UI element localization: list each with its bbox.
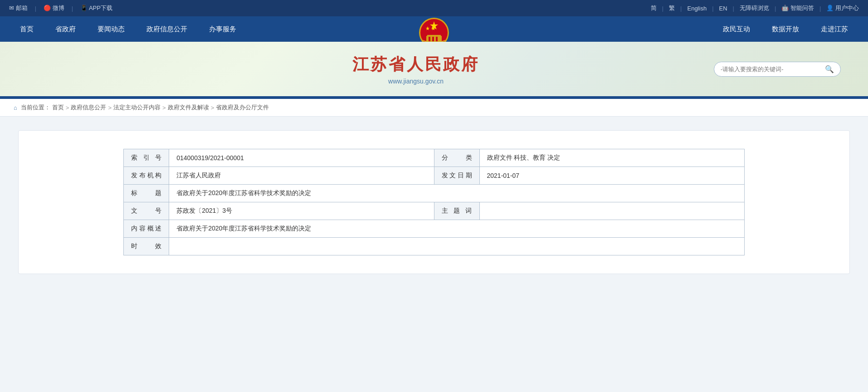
en-link[interactable]: EN (719, 5, 727, 12)
label-index-no: 索 引 号 (124, 149, 169, 167)
label-date: 发文日期 (434, 167, 479, 185)
banner-title-area: 江苏省人民政府 www.jiangsu.gov.cn (118, 54, 714, 85)
svg-rect-6 (427, 35, 441, 37)
label-title: 标 题 (124, 185, 169, 202)
table-row: 标 题 省政府关于2020年度江苏省科学技术奖励的决定 (124, 185, 745, 202)
sep4: > (211, 104, 215, 111)
nav-province-gov[interactable]: 省政府 (44, 16, 87, 42)
phone-icon: 📱 (80, 5, 88, 11)
nav-info-open[interactable]: 政府信息公开 (136, 16, 198, 42)
value-category: 政府文件 科技、教育 决定 (479, 149, 744, 167)
value-subject (479, 202, 744, 220)
fan-link[interactable]: 繁 (669, 4, 675, 12)
value-title: 省政府关于2020年度江苏省科学技术奖励的决定 (169, 185, 745, 202)
ai-icon: 🤖 (781, 5, 789, 11)
nav-left-items: 首页 省政府 要闻动态 政府信息公开 办事服务 (9, 16, 712, 42)
label-validity: 时 效 (124, 238, 169, 255)
table-row: 时 效 (124, 238, 745, 255)
divider8: | (819, 5, 821, 12)
table-row: 内容概述 省政府关于2020年度江苏省科学技术奖励的决定 (124, 220, 745, 238)
sep1: > (66, 104, 69, 111)
nav-data-open[interactable]: 数据开放 (761, 16, 810, 42)
divider4: | (680, 5, 682, 12)
sep2: > (108, 104, 112, 111)
nav-bar: 首页 省政府 要闻动态 政府信息公开 办事服务 政民互动 数据开放 走 (0, 16, 868, 42)
divider1: | (35, 5, 36, 12)
divider2: | (72, 5, 73, 12)
site-title: 江苏省人民政府 (352, 54, 479, 76)
accessible-link[interactable]: 无障碍浏览 (740, 4, 769, 12)
user-center-link[interactable]: 👤 用户中心 (826, 4, 859, 12)
nav-right-items: 政民互动 数据开放 走进江苏 (712, 16, 859, 42)
site-url: www.jiangsu.gov.cn (388, 78, 444, 85)
jian-link[interactable]: 简 (651, 4, 657, 12)
value-validity (169, 238, 745, 255)
user-icon: 👤 (826, 5, 834, 11)
search-input[interactable] (721, 66, 825, 73)
table-row: 索 引 号 014000319/2021-00001 分 类 政府文件 科技、教… (124, 149, 745, 167)
mail-icon: ✉ (9, 5, 14, 11)
divider5: | (712, 5, 713, 12)
sep3: > (162, 104, 166, 111)
email-link[interactable]: ✉ 邮箱 (9, 4, 28, 12)
search-box[interactable]: 🔍 (714, 62, 841, 77)
label-summary: 内容概述 (124, 220, 169, 238)
label-publisher: 发布机构 (124, 167, 169, 185)
value-doc-no: 苏政发〔2021〕3号 (169, 202, 434, 220)
weibo-icon: 🔴 (44, 5, 51, 11)
weibo-link[interactable]: 🔴 微博 (44, 4, 64, 12)
nav-home[interactable]: 首页 (9, 16, 44, 42)
table-row: 文 号 苏政发〔2021〕3号 主 题 词 (124, 202, 745, 220)
nav-interaction[interactable]: 政民互动 (712, 16, 761, 42)
divider7: | (775, 5, 776, 12)
top-bar-right: 简 | 繁 | English | EN | 无障碍浏览 | 🤖 智能问答 | … (651, 4, 859, 12)
divider6: | (733, 5, 734, 12)
value-date: 2021-01-07 (479, 167, 744, 185)
breadcrumb-item-3: 省政府及办公厅文件 (216, 103, 269, 112)
table-row: 发布机构 江苏省人民政府 发文日期 2021-01-07 (124, 167, 745, 185)
svg-rect-8 (432, 37, 434, 41)
content-card: 索 引 号 014000319/2021-00001 分 类 政府文件 科技、教… (18, 130, 850, 274)
breadcrumb-home[interactable]: 首页 (52, 103, 64, 112)
breadcrumb-item-0[interactable]: 政府信息公开 (71, 103, 106, 112)
nav-logo (418, 13, 450, 45)
label-subject: 主 题 词 (434, 202, 479, 220)
nav-services[interactable]: 办事服务 (198, 16, 247, 42)
top-bar-left: ✉ 邮箱 | 🔴 微博 | 📱 APP下载 (9, 4, 112, 12)
nav-news[interactable]: 要闻动态 (87, 16, 136, 42)
english-link[interactable]: English (687, 5, 707, 12)
svg-rect-7 (429, 37, 430, 41)
value-index-no: 014000319/2021-00001 (169, 149, 434, 167)
value-publisher: 江苏省人民政府 (169, 167, 434, 185)
doc-info-table: 索 引 号 014000319/2021-00001 分 类 政府文件 科技、教… (123, 149, 745, 255)
breadcrumb-item-1[interactable]: 法定主动公开内容 (113, 103, 161, 112)
ai-link[interactable]: 🤖 智能问答 (781, 4, 814, 12)
breadcrumb-item-2[interactable]: 政府文件及解读 (168, 103, 209, 112)
nav-jiangsu[interactable]: 走进江苏 (810, 16, 859, 42)
value-summary: 省政府关于2020年度江苏省科学技术奖励的决定 (169, 220, 745, 238)
home-icon: ⌂ (14, 104, 17, 111)
main-content: 索 引 号 014000319/2021-00001 分 类 政府文件 科技、教… (0, 117, 868, 298)
label-doc-no: 文 号 (124, 202, 169, 220)
banner: 江苏省人民政府 www.jiangsu.gov.cn 🔍 (0, 42, 868, 96)
search-icon[interactable]: 🔍 (825, 65, 834, 74)
svg-rect-9 (436, 37, 438, 41)
divider3: | (662, 5, 663, 12)
label-category: 分 类 (434, 149, 479, 167)
breadcrumb: ⌂ 当前位置： 首页 > 政府信息公开 > 法定主动公开内容 > 政府文件及解读… (0, 99, 868, 117)
app-link[interactable]: 📱 APP下载 (80, 4, 112, 12)
breadcrumb-label: 当前位置： (21, 103, 50, 112)
